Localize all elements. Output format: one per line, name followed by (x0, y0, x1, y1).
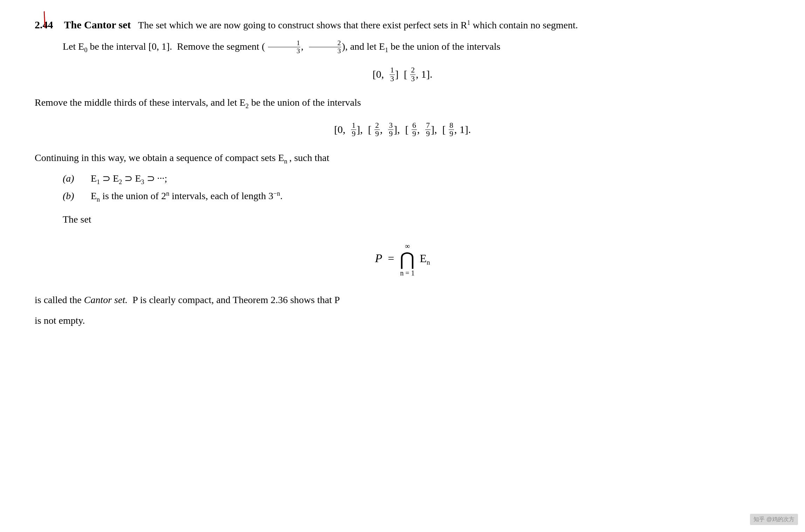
page-content: ╱ 2.44 The Cantor set The set which we a… (35, 17, 770, 328)
frac-1-9: 1 9 (351, 121, 356, 139)
section-title: The Cantor set (64, 19, 131, 30)
sub-1: 1 (385, 46, 388, 53)
sub-3-list: 3 (141, 178, 144, 185)
section-header-paragraph: ╱ 2.44 The Cantor set The set which we a… (35, 17, 770, 33)
the-set-label: The set (63, 212, 770, 227)
paragraph-continuing: Continuing in this way, we obtain a sequ… (35, 150, 770, 165)
sub-0: 0 (84, 46, 87, 53)
sub-n-compact: n (284, 158, 287, 165)
cantor-set-label: Cantor set. (84, 294, 128, 305)
section-intro-text: The set which we are now going to constr… (138, 20, 467, 30)
list-item-b-text: En is the union of 2n intervals, each of… (91, 189, 283, 203)
sub-1-list: 1 (97, 178, 100, 185)
sup-n-list: n (166, 190, 169, 197)
list-item-a-text: E1 ⊃ E2 ⊃ E3 ⊃ ···; (91, 171, 167, 186)
frac-2-9: 2 9 (374, 121, 380, 139)
formula-big-cap: ⋂ (400, 251, 415, 268)
sub-n-list: n (97, 196, 100, 203)
watermark: 知乎 @鸡的次方 (750, 514, 798, 525)
frac-display-2-3: 2 3 (410, 66, 415, 83)
formula-equals: = (385, 252, 397, 265)
formula-P: P (375, 252, 383, 265)
formula-display: P = ∞ ⋂ n = 1 En (35, 241, 770, 278)
list-label-b: (b) (63, 189, 84, 203)
frac-one-third-open: 1 3 (268, 39, 301, 55)
frac-two-thirds-open: 2 3 (309, 39, 342, 55)
formula-limits-wrapper: ∞ ⋂ n = 1 (400, 241, 415, 278)
conclusion-end: is not empty. (35, 313, 770, 328)
list-item-a: (a) E1 ⊃ E2 ⊃ E3 ⊃ ···; (63, 171, 770, 186)
section-intro-end: which contain no segment. (470, 20, 578, 30)
list-item-b: (b) En is the union of 2n intervals, eac… (63, 189, 770, 203)
formula-bottom-limit: n = 1 (400, 268, 414, 278)
frac-3-9: 3 9 (388, 121, 393, 139)
paragraph-e2: Remove the middle thirds of these interv… (35, 95, 770, 110)
superscript-1: 1 (467, 19, 470, 26)
sub-2-list: 2 (119, 178, 122, 185)
list-label-a: (a) (63, 171, 84, 186)
section-number: ╱ 2.44 (35, 17, 53, 33)
formula-En: En (420, 252, 430, 265)
paragraph-e0: Let E0 be the interval [0, 1]. Remove th… (35, 39, 770, 55)
frac-8-9: 8 9 (449, 121, 454, 139)
display-2: [0, 1 9 ], [ 2 9 , 3 9 ], [ 6 9 , 7 9 ],… (35, 121, 770, 139)
frac-7-9: 7 9 (425, 121, 431, 139)
display-1: [0, 1 3 ] [ 2 3 , 1]. (35, 66, 770, 84)
conclusion-paragraph: is called the Cantor set. P is clearly c… (35, 292, 770, 307)
sub-n-formula: n (427, 259, 430, 266)
frac-display-1-3: 1 3 (390, 66, 395, 83)
sup-neg-n-list: −n (273, 190, 280, 197)
list-section: (a) E1 ⊃ E2 ⊃ E3 ⊃ ···; (b) En is the un… (63, 171, 770, 203)
sub-2: 2 (246, 103, 249, 110)
frac-6-9: 6 9 (412, 121, 417, 139)
